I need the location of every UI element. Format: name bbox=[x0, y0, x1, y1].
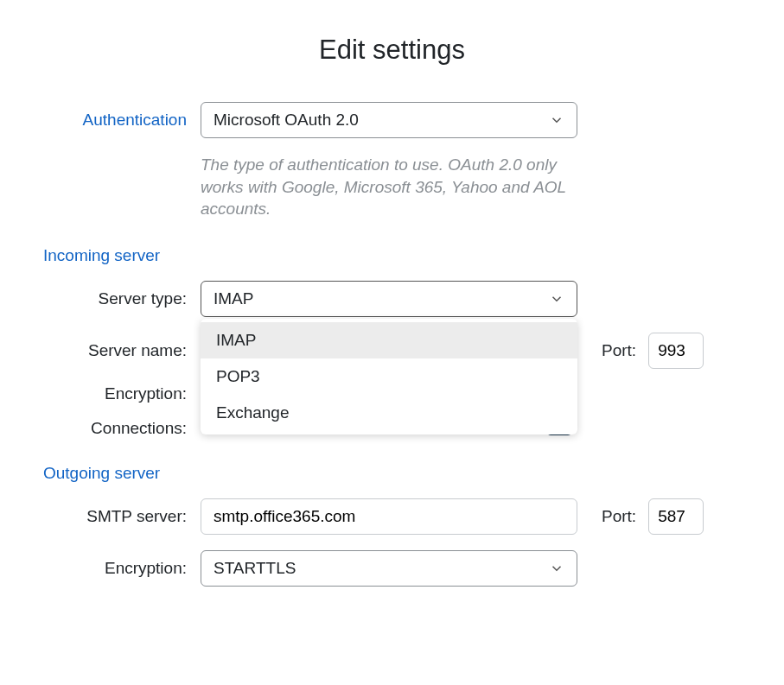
smtp-server-input[interactable] bbox=[201, 498, 577, 535]
server-name-label: Server name: bbox=[43, 341, 201, 360]
server-type-option-exchange[interactable]: Exchange bbox=[201, 395, 577, 431]
outgoing-encryption-label: Encryption: bbox=[43, 559, 201, 578]
chevron-down-icon bbox=[549, 112, 564, 128]
smtp-label: SMTP server: bbox=[43, 507, 201, 526]
page-title: Edit settings bbox=[43, 35, 741, 66]
outgoing-port-label: Port: bbox=[602, 507, 636, 526]
authentication-label[interactable]: Authentication bbox=[43, 111, 201, 130]
chevron-down-icon bbox=[549, 291, 564, 307]
server-type-row: Server type: IMAP IMAP POP3 Exchange bbox=[43, 281, 741, 317]
chevron-down-icon bbox=[549, 561, 564, 576]
server-type-select[interactable]: IMAP IMAP POP3 Exchange bbox=[201, 281, 577, 317]
server-type-label: Server type: bbox=[43, 289, 201, 308]
server-type-option-pop3[interactable]: POP3 bbox=[201, 358, 577, 395]
server-type-dropdown: IMAP POP3 Exchange bbox=[201, 319, 577, 434]
incoming-port-input[interactable] bbox=[648, 333, 704, 369]
authentication-value: Microsoft OAuth 2.0 bbox=[214, 111, 359, 130]
connections-label: Connections: bbox=[43, 419, 201, 438]
smtp-row: SMTP server: Port: bbox=[43, 498, 741, 535]
authentication-help: The type of authentication to use. OAuth… bbox=[201, 154, 577, 220]
incoming-port-label: Port: bbox=[602, 341, 636, 360]
outgoing-port-input[interactable] bbox=[648, 498, 704, 535]
outgoing-encryption-row: Encryption: STARTTLS bbox=[43, 550, 741, 587]
incoming-server-heading: Incoming server bbox=[43, 246, 741, 265]
server-type-option-imap[interactable]: IMAP bbox=[201, 322, 577, 358]
incoming-encryption-label: Encryption: bbox=[43, 384, 201, 403]
outgoing-encryption-select[interactable]: STARTTLS bbox=[201, 550, 577, 587]
outgoing-server-heading: Outgoing server bbox=[43, 464, 741, 483]
authentication-select[interactable]: Microsoft OAuth 2.0 bbox=[201, 102, 577, 138]
authentication-row: Authentication Microsoft OAuth 2.0 bbox=[43, 102, 741, 138]
server-type-value: IMAP bbox=[214, 289, 253, 308]
outgoing-encryption-value: STARTTLS bbox=[214, 559, 296, 578]
